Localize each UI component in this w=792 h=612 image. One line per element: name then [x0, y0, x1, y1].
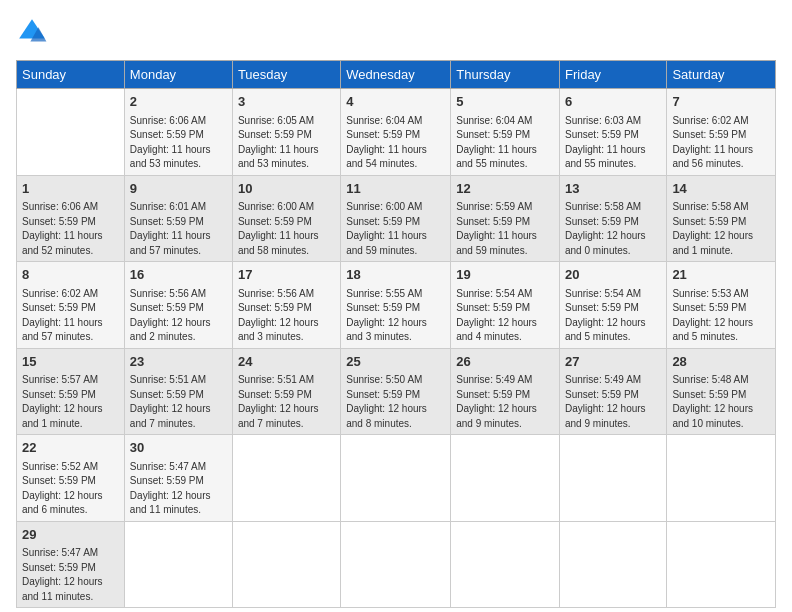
logo: [16, 16, 52, 48]
day-info: Sunrise: 6:02 AMSunset: 5:59 PMDaylight:…: [672, 115, 753, 170]
calendar-day-cell: 4Sunrise: 6:04 AMSunset: 5:59 PMDaylight…: [341, 89, 451, 176]
calendar-day-cell: 6Sunrise: 6:03 AMSunset: 5:59 PMDaylight…: [560, 89, 667, 176]
calendar-day-cell: 12Sunrise: 5:59 AMSunset: 5:59 PMDayligh…: [451, 175, 560, 262]
day-info: Sunrise: 6:04 AMSunset: 5:59 PMDaylight:…: [346, 115, 427, 170]
day-info: Sunrise: 5:47 AMSunset: 5:59 PMDaylight:…: [130, 461, 211, 516]
day-number: 22: [22, 439, 119, 457]
day-info: Sunrise: 5:49 AMSunset: 5:59 PMDaylight:…: [456, 374, 537, 429]
calendar-day-cell: [232, 521, 340, 608]
calendar-day-cell: 26Sunrise: 5:49 AMSunset: 5:59 PMDayligh…: [451, 348, 560, 435]
day-info: Sunrise: 6:03 AMSunset: 5:59 PMDaylight:…: [565, 115, 646, 170]
day-number: 16: [130, 266, 227, 284]
day-number: 23: [130, 353, 227, 371]
page-header: [16, 16, 776, 48]
calendar-day-cell: 20Sunrise: 5:54 AMSunset: 5:59 PMDayligh…: [560, 262, 667, 349]
day-number: 20: [565, 266, 661, 284]
calendar-day-header: Saturday: [667, 61, 776, 89]
day-info: Sunrise: 6:06 AMSunset: 5:59 PMDaylight:…: [22, 201, 103, 256]
day-number: 11: [346, 180, 445, 198]
calendar-day-cell: 18Sunrise: 5:55 AMSunset: 5:59 PMDayligh…: [341, 262, 451, 349]
calendar-day-cell: [232, 435, 340, 522]
day-number: 14: [672, 180, 770, 198]
calendar-day-header: Sunday: [17, 61, 125, 89]
calendar-day-cell: 29Sunrise: 5:47 AMSunset: 5:59 PMDayligh…: [17, 521, 125, 608]
day-number: 13: [565, 180, 661, 198]
calendar-day-cell: 14Sunrise: 5:58 AMSunset: 5:59 PMDayligh…: [667, 175, 776, 262]
calendar-day-cell: [451, 521, 560, 608]
calendar-day-cell: 30Sunrise: 5:47 AMSunset: 5:59 PMDayligh…: [124, 435, 232, 522]
day-info: Sunrise: 6:01 AMSunset: 5:59 PMDaylight:…: [130, 201, 211, 256]
day-info: Sunrise: 5:49 AMSunset: 5:59 PMDaylight:…: [565, 374, 646, 429]
day-info: Sunrise: 5:56 AMSunset: 5:59 PMDaylight:…: [130, 288, 211, 343]
calendar-day-cell: 8Sunrise: 6:02 AMSunset: 5:59 PMDaylight…: [17, 262, 125, 349]
day-info: Sunrise: 6:05 AMSunset: 5:59 PMDaylight:…: [238, 115, 319, 170]
calendar-day-header: Thursday: [451, 61, 560, 89]
calendar-day-cell: 10Sunrise: 6:00 AMSunset: 5:59 PMDayligh…: [232, 175, 340, 262]
calendar-day-header: Tuesday: [232, 61, 340, 89]
calendar-day-cell: [124, 521, 232, 608]
day-number: 5: [456, 93, 554, 111]
calendar-week-row: 29Sunrise: 5:47 AMSunset: 5:59 PMDayligh…: [17, 521, 776, 608]
calendar-day-cell: 9Sunrise: 6:01 AMSunset: 5:59 PMDaylight…: [124, 175, 232, 262]
calendar-header-row: SundayMondayTuesdayWednesdayThursdayFrid…: [17, 61, 776, 89]
day-number: 4: [346, 93, 445, 111]
calendar-day-header: Monday: [124, 61, 232, 89]
day-number: 21: [672, 266, 770, 284]
calendar-day-cell: [17, 89, 125, 176]
calendar-day-cell: 28Sunrise: 5:48 AMSunset: 5:59 PMDayligh…: [667, 348, 776, 435]
day-number: 29: [22, 526, 119, 544]
day-info: Sunrise: 5:58 AMSunset: 5:59 PMDaylight:…: [565, 201, 646, 256]
calendar-day-cell: 27Sunrise: 5:49 AMSunset: 5:59 PMDayligh…: [560, 348, 667, 435]
day-info: Sunrise: 5:53 AMSunset: 5:59 PMDaylight:…: [672, 288, 753, 343]
calendar-table: SundayMondayTuesdayWednesdayThursdayFrid…: [16, 60, 776, 608]
day-number: 2: [130, 93, 227, 111]
calendar-day-cell: 22Sunrise: 5:52 AMSunset: 5:59 PMDayligh…: [17, 435, 125, 522]
day-info: Sunrise: 5:56 AMSunset: 5:59 PMDaylight:…: [238, 288, 319, 343]
day-number: 1: [22, 180, 119, 198]
calendar-day-cell: 2Sunrise: 6:06 AMSunset: 5:59 PMDaylight…: [124, 89, 232, 176]
calendar-day-cell: 21Sunrise: 5:53 AMSunset: 5:59 PMDayligh…: [667, 262, 776, 349]
logo-icon: [16, 16, 48, 48]
day-info: Sunrise: 5:51 AMSunset: 5:59 PMDaylight:…: [130, 374, 211, 429]
day-info: Sunrise: 5:52 AMSunset: 5:59 PMDaylight:…: [22, 461, 103, 516]
calendar-day-cell: 24Sunrise: 5:51 AMSunset: 5:59 PMDayligh…: [232, 348, 340, 435]
day-number: 12: [456, 180, 554, 198]
calendar-body: 2Sunrise: 6:06 AMSunset: 5:59 PMDaylight…: [17, 89, 776, 608]
day-info: Sunrise: 6:00 AMSunset: 5:59 PMDaylight:…: [238, 201, 319, 256]
calendar-week-row: 22Sunrise: 5:52 AMSunset: 5:59 PMDayligh…: [17, 435, 776, 522]
day-number: 6: [565, 93, 661, 111]
calendar-week-row: 2Sunrise: 6:06 AMSunset: 5:59 PMDaylight…: [17, 89, 776, 176]
day-info: Sunrise: 5:48 AMSunset: 5:59 PMDaylight:…: [672, 374, 753, 429]
calendar-day-cell: [451, 435, 560, 522]
day-info: Sunrise: 5:57 AMSunset: 5:59 PMDaylight:…: [22, 374, 103, 429]
calendar-day-cell: 13Sunrise: 5:58 AMSunset: 5:59 PMDayligh…: [560, 175, 667, 262]
day-info: Sunrise: 6:04 AMSunset: 5:59 PMDaylight:…: [456, 115, 537, 170]
day-info: Sunrise: 5:47 AMSunset: 5:59 PMDaylight:…: [22, 547, 103, 602]
day-number: 19: [456, 266, 554, 284]
day-number: 3: [238, 93, 335, 111]
day-number: 28: [672, 353, 770, 371]
day-info: Sunrise: 6:06 AMSunset: 5:59 PMDaylight:…: [130, 115, 211, 170]
day-number: 17: [238, 266, 335, 284]
calendar-day-cell: [341, 435, 451, 522]
calendar-day-cell: 1Sunrise: 6:06 AMSunset: 5:59 PMDaylight…: [17, 175, 125, 262]
day-number: 7: [672, 93, 770, 111]
calendar-day-cell: 7Sunrise: 6:02 AMSunset: 5:59 PMDaylight…: [667, 89, 776, 176]
day-info: Sunrise: 5:58 AMSunset: 5:59 PMDaylight:…: [672, 201, 753, 256]
day-info: Sunrise: 6:00 AMSunset: 5:59 PMDaylight:…: [346, 201, 427, 256]
calendar-day-cell: 23Sunrise: 5:51 AMSunset: 5:59 PMDayligh…: [124, 348, 232, 435]
day-number: 30: [130, 439, 227, 457]
calendar-week-row: 8Sunrise: 6:02 AMSunset: 5:59 PMDaylight…: [17, 262, 776, 349]
calendar-week-row: 15Sunrise: 5:57 AMSunset: 5:59 PMDayligh…: [17, 348, 776, 435]
calendar-week-row: 1Sunrise: 6:06 AMSunset: 5:59 PMDaylight…: [17, 175, 776, 262]
calendar-day-cell: 5Sunrise: 6:04 AMSunset: 5:59 PMDaylight…: [451, 89, 560, 176]
calendar-day-cell: [667, 435, 776, 522]
day-number: 15: [22, 353, 119, 371]
calendar-day-cell: [341, 521, 451, 608]
day-number: 27: [565, 353, 661, 371]
day-number: 18: [346, 266, 445, 284]
day-info: Sunrise: 5:51 AMSunset: 5:59 PMDaylight:…: [238, 374, 319, 429]
calendar-day-cell: 25Sunrise: 5:50 AMSunset: 5:59 PMDayligh…: [341, 348, 451, 435]
calendar-day-cell: [667, 521, 776, 608]
day-number: 26: [456, 353, 554, 371]
